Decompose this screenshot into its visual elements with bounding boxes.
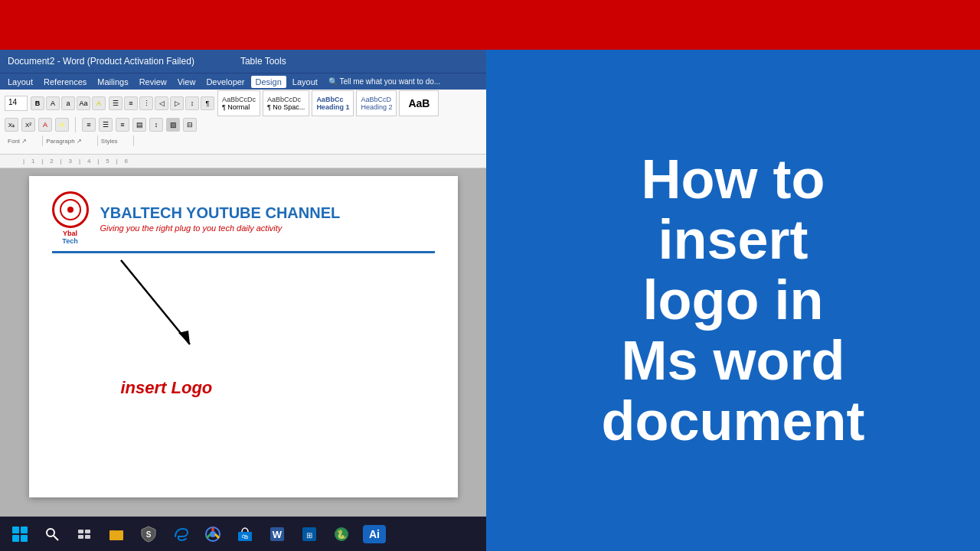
font-section-label: Font ↗ [5, 135, 43, 146]
store-button[interactable]: 🛍 [231, 520, 259, 548]
search-icon [44, 527, 60, 542]
svg-marker-1 [178, 331, 190, 344]
subscript-icon[interactable]: X₂ [5, 118, 18, 132]
title-line1: How to [642, 148, 825, 210]
ribbon-row2: X₂ X² A A ≡ ☰ ≡ ▤ ↕ ▨ ⊟ [5, 116, 482, 134]
style-normal[interactable]: AaBbCcDc¶ Normal [217, 90, 260, 116]
increase-indent-icon[interactable]: ▷ [170, 96, 184, 110]
menu-layout[interactable]: Layout [3, 76, 38, 88]
shading-icon[interactable]: ▨ [166, 118, 180, 132]
menu-design[interactable]: Design [251, 76, 286, 88]
file-explorer-button[interactable] [103, 520, 130, 548]
word-document-area: Ybal Tech YBALTECH YOUTUBE CHANNEL Givin… [0, 168, 486, 551]
start-button[interactable] [6, 520, 34, 548]
tell-me[interactable]: 🔍 Tell me what you want to do... [328, 77, 440, 86]
tutorial-title: How to insert logo in Ms word document [601, 149, 864, 452]
highlight-icon[interactable]: A [92, 96, 106, 110]
style-no-spacing[interactable]: AaBbCcDc¶ No Spac... [263, 90, 309, 116]
justify-icon[interactable]: ▤ [132, 118, 146, 132]
menu-view[interactable]: View [173, 76, 201, 88]
chrome-icon [204, 526, 221, 543]
font-shrink-icon[interactable]: a [61, 96, 75, 110]
svg-text:⊞: ⊞ [306, 531, 312, 540]
decrease-indent-icon[interactable]: ◁ [155, 96, 168, 110]
numbered-list-icon[interactable]: ≡ [124, 96, 138, 110]
word-ribbon: 14 B A a Aa A ☰ ≡ ⋮ ◁ ▷ ↕ ¶ [0, 90, 486, 155]
ybal-text: Ybal [63, 230, 77, 237]
font-size-box[interactable]: 14 [5, 96, 28, 111]
style-title[interactable]: AaB [399, 90, 439, 116]
ai-badge[interactable]: Ai [363, 525, 386, 543]
svg-text:🐍: 🐍 [336, 529, 347, 540]
superscript-icon[interactable]: X² [21, 118, 35, 132]
svg-point-11 [210, 531, 216, 537]
multilevel-list-icon[interactable]: ⋮ [139, 96, 153, 110]
svg-line-0 [121, 260, 190, 344]
title-line2: insert [658, 209, 808, 270]
table-tools-text: Table Tools [240, 56, 286, 67]
arrow-annotation: insert Logo [60, 253, 289, 406]
main-content: Document2 - Word (Product Activation Fai… [0, 50, 980, 551]
sort-icon[interactable]: ↕ [185, 96, 199, 110]
font-aa-icon[interactable]: Aa [77, 96, 90, 110]
ribbon-row1: 14 B A a Aa A ☰ ≡ ⋮ ◁ ▷ ↕ ¶ [5, 93, 482, 114]
edge-button[interactable] [167, 520, 194, 548]
doc-header: Ybal Tech YBALTECH YOUTUBE CHANNEL Givin… [52, 191, 435, 245]
unknown-button[interactable]: ⊞ [296, 520, 323, 548]
right-panel: How to insert logo in Ms word document [486, 50, 980, 551]
menu-developer[interactable]: Developer [201, 76, 249, 88]
styles-section-label: Styles [98, 135, 134, 146]
svg-line-13 [207, 534, 211, 538]
taskview-icon [77, 527, 92, 542]
word-title-text: Document2 - Word (Product Activation Fai… [8, 56, 194, 67]
taskbar: S [0, 517, 486, 551]
search-button[interactable] [38, 520, 66, 548]
pilcrow-icon[interactable]: ¶ [201, 96, 214, 110]
svg-rect-4 [78, 530, 83, 533]
word-button[interactable]: W [263, 520, 291, 548]
channel-info: YBALTECH YOUTUBE CHANNEL Giving you the … [100, 204, 341, 233]
tech-text: Tech [62, 237, 77, 245]
word-page: Ybal Tech YBALTECH YOUTUBE CHANNEL Givin… [29, 176, 458, 497]
snake-icon: 🐍 [333, 526, 350, 543]
text-highlight-icon[interactable]: A [55, 118, 69, 132]
security-button[interactable]: S [135, 520, 162, 548]
font-icon-group: B A a Aa A [31, 96, 106, 110]
menu-layout2[interactable]: Layout [288, 76, 322, 88]
svg-text:W: W [273, 529, 283, 540]
logo-outer-circle [52, 191, 89, 228]
style-heading2[interactable]: AaBbCcDHeading 2 [356, 90, 397, 116]
align-left-icon[interactable]: ≡ [82, 118, 96, 132]
align-center-icon[interactable]: ☰ [99, 118, 113, 132]
channel-title: YBALTECH YOUTUBE CHANNEL [100, 204, 341, 222]
chrome-button[interactable] [199, 520, 227, 548]
bullet-list-icon[interactable]: ☰ [109, 96, 122, 110]
ribbon-styles: AaBbCcDc¶ Normal AaBbCcDc¶ No Spac... Aa… [217, 90, 439, 116]
menu-mailings[interactable]: Mailings [93, 76, 132, 88]
file-explorer-icon [108, 526, 125, 543]
svg-line-14 [215, 534, 219, 538]
word-menu-bar: Layout References Mailings Review View D… [0, 73, 486, 90]
font-grow-icon[interactable]: A [46, 96, 60, 110]
snake-button[interactable]: 🐍 [328, 520, 355, 548]
edge-icon [172, 526, 189, 543]
list-icon-group: ☰ ≡ ⋮ ◁ ▷ ↕ ¶ [109, 96, 214, 110]
title-line3: logo in [643, 269, 824, 331]
task-view-button[interactable] [70, 520, 98, 548]
font-color-icon[interactable]: A [38, 118, 52, 132]
logo-dot [67, 207, 74, 213]
border-icon[interactable]: ⊟ [183, 118, 197, 132]
word-ruler: | 1 | 2 | 3 | 4 | 5 | 6 [0, 155, 486, 168]
word-area: Document2 - Word (Product Activation Fai… [0, 50, 486, 551]
style-heading1[interactable]: AaBbCcHeading 1 [312, 90, 354, 116]
menu-references[interactable]: References [39, 76, 91, 88]
svg-text:🛍: 🛍 [242, 533, 248, 540]
top-red-bar [0, 0, 980, 50]
svg-line-3 [54, 536, 58, 540]
line-spacing-icon[interactable]: ↕ [149, 118, 163, 132]
align-right-icon[interactable]: ≡ [116, 118, 129, 132]
bold-icon[interactable]: B [31, 96, 44, 110]
paragraph-section-label: Paragraph ↗ [43, 135, 98, 146]
menu-review[interactable]: Review [135, 76, 172, 88]
doc-subtitle: Giving you the right plug to you tech da… [100, 223, 341, 233]
